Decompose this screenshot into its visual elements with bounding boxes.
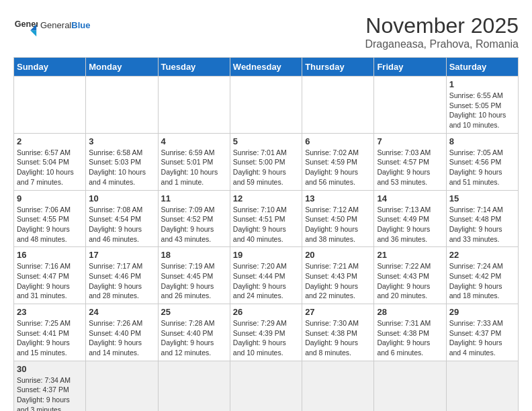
calendar-cell	[446, 361, 518, 411]
calendar-cell	[14, 77, 86, 134]
header-wednesday: Wednesday	[230, 58, 302, 77]
header-tuesday: Tuesday	[158, 58, 230, 77]
day-info: Sunrise: 6:59 AM Sunset: 5:01 PM Dayligh…	[161, 148, 227, 187]
calendar-week-row: 30Sunrise: 7:34 AM Sunset: 4:37 PM Dayli…	[14, 361, 519, 411]
svg-marker-2	[30, 30, 36, 36]
calendar-cell: 12Sunrise: 7:10 AM Sunset: 4:51 PM Dayli…	[230, 190, 302, 247]
day-number: 11	[161, 193, 227, 203]
calendar-cell: 9Sunrise: 7:06 AM Sunset: 4:55 PM Daylig…	[14, 190, 86, 247]
day-number: 29	[449, 307, 515, 317]
calendar-cell: 19Sunrise: 7:20 AM Sunset: 4:44 PM Dayli…	[230, 247, 302, 304]
day-info: Sunrise: 7:01 AM Sunset: 5:00 PM Dayligh…	[233, 148, 299, 187]
calendar-cell: 25Sunrise: 7:28 AM Sunset: 4:40 PM Dayli…	[158, 304, 230, 361]
day-number: 26	[233, 307, 299, 317]
calendar-cell: 21Sunrise: 7:22 AM Sunset: 4:43 PM Dayli…	[374, 247, 446, 304]
day-info: Sunrise: 7:20 AM Sunset: 4:44 PM Dayligh…	[233, 261, 299, 301]
day-number: 7	[377, 136, 443, 146]
calendar-table: Sunday Monday Tuesday Wednesday Thursday…	[13, 57, 519, 411]
location-title: Draganeasa, Prahova, Romania	[365, 38, 519, 50]
day-number: 17	[89, 250, 154, 260]
day-info: Sunrise: 7:34 AM Sunset: 4:37 PM Dayligh…	[17, 375, 83, 411]
calendar-header-row: Sunday Monday Tuesday Wednesday Thursday…	[14, 58, 519, 77]
day-info: Sunrise: 7:13 AM Sunset: 4:49 PM Dayligh…	[377, 205, 443, 244]
day-number: 3	[89, 136, 154, 146]
header-monday: Monday	[86, 58, 158, 77]
calendar-cell	[374, 77, 446, 134]
day-number: 22	[449, 250, 515, 260]
day-info: Sunrise: 7:17 AM Sunset: 4:46 PM Dayligh…	[89, 261, 154, 301]
day-info: Sunrise: 7:31 AM Sunset: 4:38 PM Dayligh…	[377, 318, 443, 358]
calendar-cell: 15Sunrise: 7:14 AM Sunset: 4:48 PM Dayli…	[446, 190, 518, 247]
calendar-cell	[230, 77, 302, 134]
day-number: 24	[89, 307, 154, 317]
calendar-cell: 28Sunrise: 7:31 AM Sunset: 4:38 PM Dayli…	[374, 304, 446, 361]
day-info: Sunrise: 7:12 AM Sunset: 4:50 PM Dayligh…	[305, 205, 371, 244]
day-info: Sunrise: 7:03 AM Sunset: 4:57 PM Dayligh…	[377, 148, 443, 187]
calendar-week-row: 2Sunrise: 6:57 AM Sunset: 5:04 PM Daylig…	[14, 133, 519, 190]
day-info: Sunrise: 7:28 AM Sunset: 4:40 PM Dayligh…	[161, 318, 227, 358]
calendar-cell	[302, 361, 374, 411]
calendar-cell: 22Sunrise: 7:24 AM Sunset: 4:42 PM Dayli…	[446, 247, 518, 304]
page-header: General GeneralBlue November 2025 Dragan…	[13, 13, 519, 50]
day-number: 19	[233, 250, 299, 260]
calendar-cell: 14Sunrise: 7:13 AM Sunset: 4:49 PM Dayli…	[374, 190, 446, 247]
calendar-cell: 18Sunrise: 7:19 AM Sunset: 4:45 PM Dayli…	[158, 247, 230, 304]
day-info: Sunrise: 7:19 AM Sunset: 4:45 PM Dayligh…	[161, 261, 227, 301]
day-number: 18	[161, 250, 227, 260]
calendar-cell: 27Sunrise: 7:30 AM Sunset: 4:38 PM Dayli…	[302, 304, 374, 361]
calendar-cell	[86, 361, 158, 411]
day-info: Sunrise: 7:29 AM Sunset: 4:39 PM Dayligh…	[233, 318, 299, 358]
calendar-cell	[374, 361, 446, 411]
day-info: Sunrise: 7:05 AM Sunset: 4:56 PM Dayligh…	[449, 148, 515, 187]
day-info: Sunrise: 7:16 AM Sunset: 4:47 PM Dayligh…	[17, 261, 83, 301]
calendar-week-row: 16Sunrise: 7:16 AM Sunset: 4:47 PM Dayli…	[14, 247, 519, 304]
day-info: Sunrise: 7:10 AM Sunset: 4:51 PM Dayligh…	[233, 205, 299, 244]
calendar-cell: 24Sunrise: 7:26 AM Sunset: 4:40 PM Dayli…	[86, 304, 158, 361]
day-number: 8	[449, 136, 515, 146]
day-info: Sunrise: 7:25 AM Sunset: 4:41 PM Dayligh…	[17, 318, 83, 358]
calendar-cell	[86, 77, 158, 134]
title-area: November 2025 Draganeasa, Prahova, Roman…	[365, 13, 519, 50]
day-number: 15	[449, 193, 515, 203]
day-info: Sunrise: 7:08 AM Sunset: 4:54 PM Dayligh…	[89, 205, 154, 244]
header-saturday: Saturday	[446, 58, 518, 77]
day-number: 30	[17, 364, 83, 374]
month-title: November 2025	[365, 13, 519, 38]
calendar-cell: 30Sunrise: 7:34 AM Sunset: 4:37 PM Dayli…	[14, 361, 86, 411]
day-number: 10	[89, 193, 154, 203]
day-info: Sunrise: 7:09 AM Sunset: 4:52 PM Dayligh…	[161, 205, 227, 244]
calendar-cell: 16Sunrise: 7:16 AM Sunset: 4:47 PM Dayli…	[14, 247, 86, 304]
calendar-cell	[230, 361, 302, 411]
day-info: Sunrise: 7:21 AM Sunset: 4:43 PM Dayligh…	[305, 261, 371, 301]
day-number: 20	[305, 250, 371, 260]
day-number: 1	[449, 79, 515, 89]
calendar-cell: 13Sunrise: 7:12 AM Sunset: 4:50 PM Dayli…	[302, 190, 374, 247]
day-number: 4	[161, 136, 227, 146]
day-number: 6	[305, 136, 371, 146]
calendar-cell: 3Sunrise: 6:58 AM Sunset: 5:03 PM Daylig…	[86, 133, 158, 190]
calendar-cell: 23Sunrise: 7:25 AM Sunset: 4:41 PM Dayli…	[14, 304, 86, 361]
day-info: Sunrise: 7:22 AM Sunset: 4:43 PM Dayligh…	[377, 261, 443, 301]
day-number: 28	[377, 307, 443, 317]
day-number: 16	[17, 250, 83, 260]
calendar-cell: 11Sunrise: 7:09 AM Sunset: 4:52 PM Dayli…	[158, 190, 230, 247]
day-info: Sunrise: 7:14 AM Sunset: 4:48 PM Dayligh…	[449, 205, 515, 244]
calendar-cell	[302, 77, 374, 134]
calendar-cell: 5Sunrise: 7:01 AM Sunset: 5:00 PM Daylig…	[230, 133, 302, 190]
day-info: Sunrise: 6:57 AM Sunset: 5:04 PM Dayligh…	[17, 148, 83, 187]
day-info: Sunrise: 7:33 AM Sunset: 4:37 PM Dayligh…	[449, 318, 515, 358]
calendar-cell: 6Sunrise: 7:02 AM Sunset: 4:59 PM Daylig…	[302, 133, 374, 190]
day-number: 9	[17, 193, 83, 203]
calendar-cell	[158, 77, 230, 134]
day-info: Sunrise: 7:30 AM Sunset: 4:38 PM Dayligh…	[305, 318, 371, 358]
calendar-cell: 7Sunrise: 7:03 AM Sunset: 4:57 PM Daylig…	[374, 133, 446, 190]
day-info: Sunrise: 7:06 AM Sunset: 4:55 PM Dayligh…	[17, 205, 83, 244]
calendar-week-row: 9Sunrise: 7:06 AM Sunset: 4:55 PM Daylig…	[14, 190, 519, 247]
day-number: 13	[305, 193, 371, 203]
calendar-cell	[158, 361, 230, 411]
logo-general: General	[40, 20, 71, 30]
logo-blue: Blue	[71, 20, 90, 30]
day-number: 2	[17, 136, 83, 146]
calendar-cell: 26Sunrise: 7:29 AM Sunset: 4:39 PM Dayli…	[230, 304, 302, 361]
day-info: Sunrise: 7:02 AM Sunset: 4:59 PM Dayligh…	[305, 148, 371, 187]
